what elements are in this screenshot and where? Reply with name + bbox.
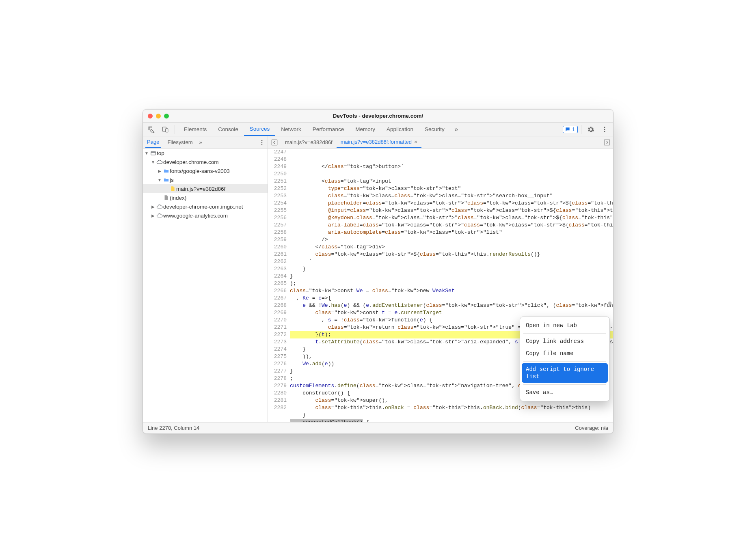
editor-tab[interactable]: main.js?v=e382d86f:formatted×	[337, 136, 421, 148]
tree-node[interactable]: ▼developer.chrome.com	[143, 157, 268, 166]
line-number[interactable]: 2267	[268, 295, 287, 302]
code-line[interactable]: class="tok-kw">class="tok-str">${class="…	[290, 251, 613, 258]
line-number[interactable]: 2248	[268, 156, 287, 163]
panel-tab-memory[interactable]: Memory	[350, 123, 381, 136]
panel-tab-elements[interactable]: Elements	[178, 123, 212, 136]
navigator-options-button[interactable]	[259, 139, 265, 146]
close-window-button[interactable]	[148, 114, 153, 119]
horizontal-scrollbar-thumb[interactable]	[290, 419, 363, 422]
tree-node[interactable]: ▶www.google-analytics.com	[143, 211, 268, 220]
settings-button[interactable]	[585, 123, 597, 136]
line-number[interactable]: 2276	[268, 360, 287, 368]
line-number[interactable]: 2273	[268, 338, 287, 346]
line-number[interactable]: 2268	[268, 302, 287, 309]
line-number[interactable]: 2258	[268, 229, 287, 236]
issues-badge[interactable]: 1	[563, 126, 578, 133]
line-number[interactable]: 2279	[268, 382, 287, 390]
more-tabs-button[interactable]: »	[452, 123, 461, 136]
line-number[interactable]: 2262	[268, 258, 287, 265]
code-line[interactable]	[290, 170, 613, 178]
chevron-down-icon[interactable]: ▼	[144, 151, 149, 155]
code-line[interactable]: }	[290, 412, 613, 419]
line-number[interactable]: 2266	[268, 287, 287, 295]
code-line[interactable]: class="tok-kw">class=class="tok-kw">clas…	[290, 192, 613, 200]
code-line[interactable]: placeholder=class="tok-kw">class="tok-st…	[290, 200, 613, 207]
line-number[interactable]: 2261	[268, 251, 287, 258]
line-number[interactable]: 2257	[268, 222, 287, 229]
panel-tab-sources[interactable]: Sources	[244, 123, 276, 136]
line-number[interactable]: 2260	[268, 243, 287, 251]
line-number[interactable]: 2263	[268, 265, 287, 273]
panel-tab-console[interactable]: Console	[212, 123, 244, 136]
context-menu-item[interactable]: Copy file name	[522, 347, 608, 360]
chevron-down-icon[interactable]: ▼	[157, 178, 162, 182]
file-tree[interactable]: ▼top▼developer.chrome.com▶fonts/google-s…	[143, 149, 268, 422]
panel-tab-performance[interactable]: Performance	[307, 123, 350, 136]
code-line[interactable]: }	[290, 265, 613, 273]
code-line[interactable]: class="tok-kw">const We = class="tok-kw"…	[290, 287, 613, 295]
line-number[interactable]: 2278	[268, 375, 287, 382]
tree-node[interactable]: ▼top	[143, 149, 268, 157]
line-number[interactable]: 2265	[268, 280, 287, 287]
code-line[interactable]: type=class="tok-kw">class="tok-str">"tex…	[290, 185, 613, 192]
chevron-down-icon[interactable]: ▼	[150, 160, 156, 164]
zoom-window-button[interactable]	[164, 114, 169, 119]
code-line[interactable]: , Ke = e=>{	[290, 295, 613, 302]
code-line[interactable]: @input=class="tok-kw">class="tok-str">"c…	[290, 207, 613, 214]
line-number[interactable]: 2275	[268, 353, 287, 360]
tree-node[interactable]: ▶developer-chrome-com.imgix.net	[143, 202, 268, 211]
inspect-element-icon[interactable]	[145, 123, 158, 136]
code-line[interactable]: aria-label=class="tok-kw">class="tok-str…	[290, 222, 613, 229]
panel-tab-application[interactable]: Application	[381, 123, 419, 136]
panel-tab-network[interactable]: Network	[275, 123, 307, 136]
code-line[interactable]: aria-autocomplete=class="tok-kw">class="…	[290, 229, 613, 236]
context-menu-item[interactable]: Open in new tab	[522, 319, 608, 332]
nav-back-button[interactable]	[270, 138, 279, 147]
line-number[interactable]: 2271	[268, 324, 287, 331]
code-line[interactable]: class="tok-this">this.onBack = class="to…	[290, 404, 613, 412]
code-line[interactable]: />	[290, 236, 613, 243]
chevron-right-icon[interactable]: ▶	[150, 213, 156, 218]
line-number[interactable]: 2264	[268, 273, 287, 280]
toggle-debugger-button[interactable]	[603, 139, 611, 146]
code-line[interactable]: </class="tok-tag">button>`	[290, 163, 613, 170]
chevron-right-icon[interactable]: ▶	[157, 169, 162, 173]
line-number[interactable]: 2253	[268, 192, 287, 200]
panel-tab-security[interactable]: Security	[419, 123, 450, 136]
line-number[interactable]: 2255	[268, 207, 287, 214]
line-number[interactable]: 2274	[268, 346, 287, 353]
line-number[interactable]: 2272	[268, 331, 287, 338]
line-number[interactable]: 2282	[268, 404, 287, 412]
line-number[interactable]: 2280	[268, 390, 287, 397]
line-number[interactable]: 2254	[268, 200, 287, 207]
close-icon[interactable]: ×	[414, 139, 417, 145]
context-menu-item[interactable]: Copy link address	[522, 335, 608, 347]
line-number-gutter[interactable]: 2247224822492250225122522253225422552256…	[268, 149, 290, 422]
tree-node[interactable]: ▼js	[143, 175, 268, 184]
line-number[interactable]: 2270	[268, 317, 287, 324]
editor-tab[interactable]: main.js?v=e382d86f	[281, 136, 337, 148]
navigator-tab-page[interactable]: Page	[145, 136, 161, 148]
line-number[interactable]: 2252	[268, 185, 287, 192]
tree-node[interactable]: ▶fonts/google-sans-v2003	[143, 166, 268, 175]
line-number[interactable]: 2249	[268, 163, 287, 170]
line-number[interactable]: 2256	[268, 214, 287, 222]
line-number[interactable]: 2259	[268, 236, 287, 243]
line-number[interactable]: 2281	[268, 397, 287, 404]
context-menu-item[interactable]: Add script to ignore list	[522, 363, 608, 383]
code-line[interactable]: );	[290, 280, 613, 287]
tree-node[interactable]: main.js?v=e382d86f	[143, 184, 268, 193]
code-line[interactable]: class="tok-kw">const t = e.currentTarget	[290, 309, 613, 317]
code-line[interactable]: </class="tok-tag">div>	[290, 243, 613, 251]
context-menu-item[interactable]: Save as…	[522, 386, 608, 399]
code-line[interactable]: }	[290, 273, 613, 280]
code-line[interactable]: <class="tok-tag">input	[290, 178, 613, 185]
tree-node[interactable]: (index)	[143, 193, 268, 202]
minimize-window-button[interactable]	[156, 114, 161, 119]
code-line[interactable]: `	[290, 258, 613, 265]
chevron-right-icon[interactable]: ▶	[150, 205, 156, 209]
code-line[interactable]: @keydown=class="tok-kw">class="tok-str">…	[290, 214, 613, 222]
device-toggle-icon[interactable]	[159, 123, 171, 136]
line-number[interactable]: 2250	[268, 170, 287, 178]
line-number[interactable]: 2277	[268, 368, 287, 375]
